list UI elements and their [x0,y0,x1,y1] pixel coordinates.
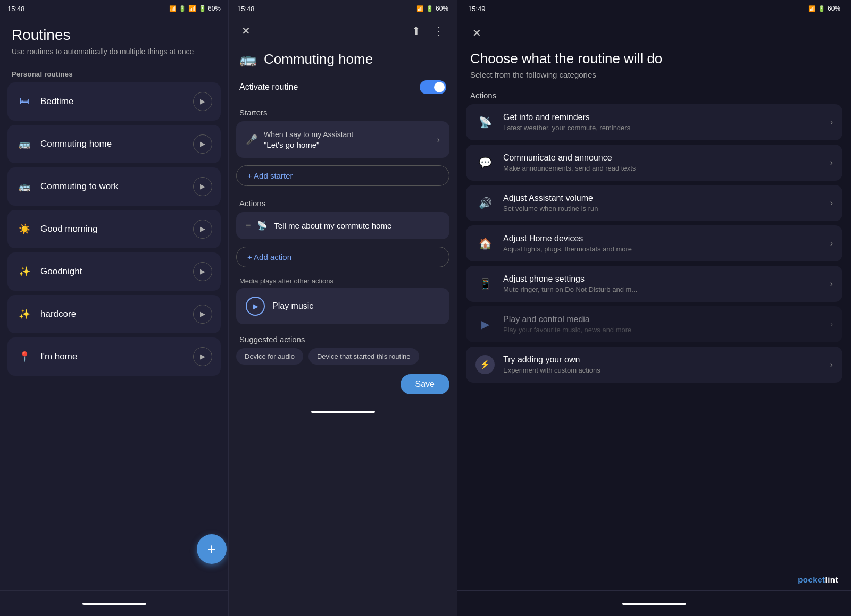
play-btn-hardcore[interactable]: ▶ [193,305,212,324]
middle-status-time: 15:48 [237,5,255,13]
routine-list: 🛏 Bedtime ▶ 🚌 Commuting home ▶ 🚌 Commuti… [0,82,228,548]
save-button[interactable]: Save [401,374,449,394]
add-starter-button[interactable]: + Add starter [236,165,449,186]
chevron-icon-adjust-volume: › [830,198,833,208]
action-title-try-own: Try adding your own [503,355,822,365]
play-btn-im-home[interactable]: ▶ [193,347,212,366]
chevron-icon-play-media: › [830,319,833,329]
right-close-button[interactable]: ✕ [470,24,483,41]
pocketlint-logo: pocketlint [457,569,851,590]
routine-detail-header: 🚌 Commuting home [229,47,457,75]
close-button[interactable]: ✕ [239,22,253,39]
action-card-commute[interactable]: ≡ 📡 Tell me about my commute home [236,212,449,239]
toggle-knob [434,82,445,92]
starter-card[interactable]: 🎤 When I say to my Assistant "Let's go h… [236,121,449,158]
suggested-label: Suggested actions [229,330,457,348]
phone-settings-icon: 📱 [475,274,495,293]
routine-item-hardcore[interactable]: ✨ hardcore ▶ [7,295,221,333]
left-bottom-nav [0,590,228,616]
play-btn-good-morning[interactable]: ▶ [193,220,212,239]
microphone-icon: 🎤 [246,134,257,146]
action-title-phone-settings: Adjust phone settings [503,274,822,284]
home-devices-icon: 🏠 [475,234,495,253]
share-button[interactable]: ⬆ [410,22,423,39]
fab-add-routine[interactable]: + [197,534,227,564]
routine-item-im-home[interactable]: 📍 I'm home ▶ [7,337,221,376]
action-item-adjust-volume[interactable]: 🔊 Adjust Assistant volume Set volume whe… [466,185,842,221]
routine-item-commuting-work[interactable]: 🚌 Commuting to work ▶ [7,167,221,206]
play-btn-goodnight[interactable]: ▶ [193,262,212,281]
action-title-play-media: Play and control media [503,315,822,324]
action-item-try-own[interactable]: ⚡ Try adding your own Experiment with cu… [466,347,842,383]
left-status-time: 15:48 [7,5,25,13]
action-title-get-info: Get info and reminders [503,113,822,122]
action-item-home-devices[interactable]: 🏠 Adjust Home devices Adjust lights, plu… [466,225,842,261]
goodnight-icon: ✨ [16,263,33,280]
more-button[interactable]: ⋮ [431,22,446,39]
action-desc-home-devices: Adjust lights, plugs, thermostats and mo… [503,245,822,253]
routine-item-goodnight[interactable]: ✨ Goodnight ▶ [7,252,221,291]
routine-item-bedtime[interactable]: 🛏 Bedtime ▶ [7,82,221,121]
action-list: 📡 Get info and reminders Latest weather,… [457,104,851,569]
right-status-icons: 📶 🔋 60% [808,5,840,12]
left-status-icons: 📶 🔋 📶 🔋 60% [169,5,221,12]
chevron-icon-try-own: › [830,360,833,369]
pill-device-started[interactable]: Device that started this routine [308,348,419,365]
routine-item-commuting-home[interactable]: 🚌 Commuting home ▶ [7,125,221,163]
routine-name-commuting-work: Commuting to work [40,181,118,192]
right-panel-subtitle: Select from the following categories [457,70,851,87]
left-panel-header: Routines Use routines to automatically d… [0,17,228,63]
bedtime-icon: 🛏 [16,93,33,110]
commuting-home-icon: 🚌 [16,136,33,153]
right-bottom-nav [457,590,851,616]
activate-toggle[interactable] [420,80,446,94]
routine-item-good-morning[interactable]: ☀️ Good morning ▶ [7,210,221,248]
get-info-icon: 📡 [475,113,495,132]
action-item-play-media[interactable]: ▶ Play and control media Play your favou… [466,306,842,342]
drag-icon: ≡ [246,221,251,231]
action-title-home-devices: Adjust Home devices [503,234,822,243]
suggested-pills: Device for audio Device that started thi… [229,348,457,365]
chevron-icon-home-devices: › [830,239,833,248]
right-panel-title: Choose what the routine will do [470,50,838,68]
action-item-communicate[interactable]: 💬 Communicate and announce Make announce… [466,145,842,181]
action-desc-adjust-volume: Set volume when routine is run [503,205,822,213]
play-btn-commuting-work[interactable]: ▶ [193,177,212,196]
try-own-icon: ⚡ [475,355,495,374]
right-panel: 15:49 📶 🔋 60% ✕ Choose what the routine … [457,0,851,616]
middle-bottom-nav [229,399,457,424]
play-music-card[interactable]: ▶ Play music [236,288,449,324]
action-item-phone-settings[interactable]: 📱 Adjust phone settings Mute ringer, tur… [466,266,842,302]
action-title-communicate: Communicate and announce [503,153,822,163]
action-desc-get-info: Latest weather, your commute, reminders [503,124,822,132]
action-text-commute: Tell me about my commute home [274,221,391,230]
middle-action-bar: ✕ ⬆ ⋮ [229,17,457,47]
right-nav-bar [622,603,686,605]
chevron-icon-get-info: › [830,117,833,127]
add-action-button[interactable]: + Add action [236,247,449,267]
personal-routines-label: Personal routines [0,63,228,82]
starters-label: Starters [229,103,457,121]
starter-chevron-icon: › [437,135,440,145]
left-status-bar: 15:48 📶 🔋 📶 🔋 60% [0,0,228,17]
play-btn-bedtime[interactable]: ▶ [193,92,212,111]
play-media-icon: ▶ [475,315,495,334]
middle-panel: 15:48 📶 🔋 60% ✕ ⬆ ⋮ 🚌 Commuting home Act… [229,0,457,616]
left-panel: 15:48 📶 🔋 📶 🔋 60% Routines Use routines … [0,0,229,616]
action-item-get-info[interactable]: 📡 Get info and reminders Latest weather,… [466,104,842,140]
play-music-text: Play music [272,301,313,311]
action-desc-try-own: Experiment with custom actions [503,366,822,374]
adjust-volume-icon: 🔊 [475,193,495,213]
pill-device-audio[interactable]: Device for audio [236,348,303,365]
play-btn-commuting-home[interactable]: ▶ [193,134,212,154]
action-title-adjust-volume: Adjust Assistant volume [503,193,822,203]
routine-name-good-morning: Good morning [40,224,98,234]
hardcore-icon: ✨ [16,306,33,323]
action-desc-communicate: Make announcements, send and read texts [503,164,822,172]
page-title: Routines [12,27,216,44]
middle-nav-bar [311,411,375,413]
right-status-bar: 15:49 📶 🔋 60% [457,0,851,17]
save-row: Save [229,370,457,399]
activate-label: Activate routine [239,82,298,92]
page-subtitle: Use routines to automatically do multipl… [12,47,216,57]
